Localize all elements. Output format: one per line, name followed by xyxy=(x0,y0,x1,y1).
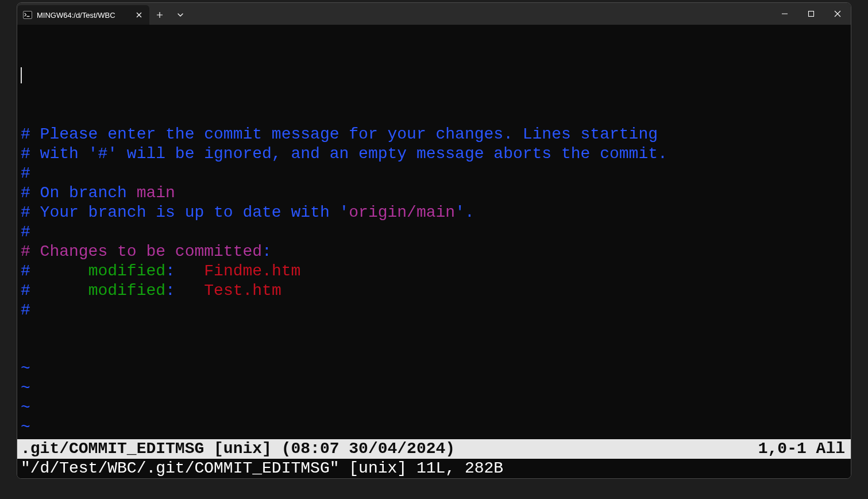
maximize-button[interactable] xyxy=(798,3,824,25)
vim-command-line: "/d/Test/WBC/.git/COMMIT_EDITMSG" [unix]… xyxy=(21,459,847,478)
editor-line: # modified: Findme.htm xyxy=(21,262,847,281)
tab-title: MINGW64:/d/Test/WBC xyxy=(37,11,129,20)
editor-line: # xyxy=(21,301,847,320)
empty-line-tilde: ~ xyxy=(21,379,847,398)
titlebar[interactable]: MINGW64:/d/Test/WBC xyxy=(17,3,851,25)
editor-line: # On branch main xyxy=(21,183,847,203)
window-controls xyxy=(771,3,851,25)
status-left: .git/COMMIT_EDITMSG [unix] (08:07 30/04/… xyxy=(21,439,758,459)
empty-line-tilde: ~ xyxy=(21,418,847,437)
editor-line: # Changes to be committed: xyxy=(21,242,847,262)
terminal-viewport[interactable]: # Please enter the commit message for yo… xyxy=(17,25,851,478)
svg-rect-3 xyxy=(809,11,814,17)
editor-line: # modified: Test.htm xyxy=(21,281,847,301)
close-button[interactable] xyxy=(824,3,851,25)
svg-rect-0 xyxy=(24,11,32,19)
text-cursor xyxy=(21,67,22,83)
new-tab-button[interactable] xyxy=(149,5,170,25)
empty-line-tilde: ~ xyxy=(21,398,847,418)
editor-buffer[interactable]: # Please enter the commit message for yo… xyxy=(21,27,847,439)
terminal-icon xyxy=(23,10,32,20)
vim-statusbar: .git/COMMIT_EDITMSG [unix] (08:07 30/04/… xyxy=(17,439,851,459)
editor-line: # Please enter the commit message for yo… xyxy=(21,125,847,144)
terminal-tab-active[interactable]: MINGW64:/d/Test/WBC xyxy=(17,5,149,25)
empty-line-tilde: ~ xyxy=(21,359,847,379)
minimize-button[interactable] xyxy=(771,3,798,25)
cursor-line xyxy=(21,66,847,86)
tab-close-button[interactable] xyxy=(133,9,145,21)
editor-line: # Your branch is up to date with 'origin… xyxy=(21,203,847,222)
terminal-window: MINGW64:/d/Test/WBC # Please enter xyxy=(17,2,851,479)
tab-dropdown-button[interactable] xyxy=(170,5,191,25)
editor-line: # xyxy=(21,222,847,242)
status-right: 1,0-1 All xyxy=(758,439,847,459)
editor-line: # with '#' will be ignored, and an empty… xyxy=(21,144,847,164)
editor-line: # xyxy=(21,164,847,183)
